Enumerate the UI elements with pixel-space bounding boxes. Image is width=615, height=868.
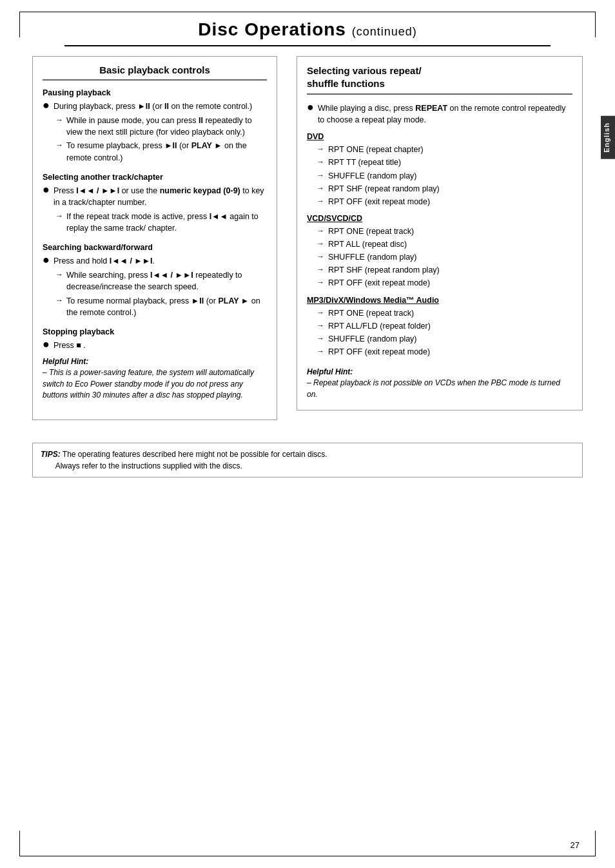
arrow-icon-5: → [55, 296, 63, 305]
searching-title: Searching backward/forward [43, 243, 267, 252]
searching-bullet: ● Press and hold I◄◄ / ►►I. [43, 255, 267, 267]
selecting-text: Press I◄◄ / ►►I or use the numeric keypa… [54, 185, 267, 208]
pausing-subsection: Pausing playback ● During playback, pres… [43, 88, 267, 164]
pausing-arrow-1: → While in pause mode, you can press II … [55, 115, 267, 138]
right-helpful-hint: Helpful Hint: – Repeat playback is not p… [307, 367, 572, 400]
mp3-item-4-text: RPT OFF (exit repeat mode) [328, 346, 430, 358]
mp3-item-3: → SHUFFLE (random play) [317, 333, 572, 345]
repeat-arrow-icon-3: → [317, 171, 324, 180]
page-title: Disc Operations (continued) [32, 19, 583, 40]
stopping-helpful-hint: Helpful Hint: – This is a power-saving f… [43, 356, 267, 401]
mp3-title: MP3/DivX/Windows Media™ Audio [307, 296, 572, 305]
selecting-subsection: Selecting another track/chapter ● Press … [43, 173, 267, 235]
searching-arrow-1: → While searching, press I◄◄ / ►►I repea… [55, 269, 267, 293]
repeat-arrow-icon: → [317, 144, 324, 153]
dvd-item-4-text: RPT SHF (repeat random play) [328, 183, 440, 195]
bullet-icon-3: ● [43, 254, 50, 265]
pausing-bullet: ● During playback, press ►II (or II on t… [43, 101, 267, 112]
bullet-icon-4: ● [43, 338, 50, 350]
vcd-item-4-text: RPT SHF (repeat random play) [328, 264, 440, 276]
vcd-item-4: → RPT SHF (repeat random play) [317, 264, 572, 276]
right-column: Selecting various repeat/shuffle functio… [297, 56, 583, 433]
arrow-icon: → [55, 115, 63, 124]
dvd-title: DVD [307, 132, 572, 141]
mp3-item-4: → RPT OFF (exit repeat mode) [317, 346, 572, 358]
vcd-item-1-text: RPT ONE (repeat track) [328, 226, 414, 237]
searching-arrow-1-text: While searching, press I◄◄ / ►►I repeate… [66, 269, 267, 293]
repeat-shuffle-title: Selecting various repeat/shuffle functio… [307, 64, 572, 95]
vcd-item-3: → SHUFFLE (random play) [317, 251, 572, 263]
vcd-arrow-2: → [317, 239, 324, 248]
tips-label: TIPS: [41, 450, 61, 459]
pausing-arrow-2-text: To resume playback, press ►II (or PLAY ►… [66, 140, 267, 163]
vcd-item-2: → RPT ALL (repeat disc) [317, 238, 572, 250]
arrow-icon-4: → [55, 270, 63, 279]
pausing-text: During playback, press ►II (or II on the… [54, 101, 252, 112]
selecting-arrow-1: → If the repeat track mode is active, pr… [55, 211, 267, 234]
arrow-icon-2: → [55, 140, 63, 149]
repeat-intro-bullet: ● While playing a disc, press REPEAT on … [307, 102, 572, 126]
vcd-item-5-text: RPT OFF (exit repeat mode) [328, 277, 430, 289]
page-header: Disc Operations (continued) [0, 0, 615, 56]
pausing-arrow-1-text: While in pause mode, you can press II re… [66, 115, 267, 138]
vcd-arrow-1: → [317, 226, 324, 235]
searching-arrow-2: → To resume normal playback, press ►II (… [55, 295, 267, 318]
page-border-right-bottom [595, 831, 596, 856]
vcd-arrow-4: → [317, 265, 324, 274]
searching-text: Press and hold I◄◄ / ►►I. [54, 255, 155, 267]
basic-playback-section: Basic playback controls Pausing playback… [32, 56, 277, 420]
stopping-bullet: ● Press ■ . [43, 340, 267, 351]
pausing-arrow-2: → To resume playback, press ►II (or PLAY… [55, 140, 267, 163]
page-border-top [19, 12, 596, 12]
left-column: Basic playback controls Pausing playback… [32, 56, 277, 433]
stopping-title: Stopping playback [43, 327, 267, 336]
title-text: Disc Operations [198, 19, 346, 39]
dvd-item-4: → RPT SHF (repeat random play) [317, 183, 572, 195]
repeat-shuffle-section: Selecting various repeat/shuffle functio… [297, 56, 583, 410]
repeat-arrow-icon-2: → [317, 157, 324, 166]
bullet-icon: ● [43, 99, 50, 111]
vcd-arrow-3: → [317, 252, 324, 261]
vcd-item-2-text: RPT ALL (repeat disc) [328, 238, 407, 250]
repeat-arrow-icon-4: → [317, 184, 324, 193]
bullet-icon-2: ● [43, 184, 50, 195]
mp3-arrow-4: → [317, 347, 324, 356]
mp3-arrow-1: → [317, 308, 324, 317]
page-border-right-top [595, 12, 596, 37]
right-bullet-icon: ● [307, 101, 314, 113]
searching-subsection: Searching backward/forward ● Press and h… [43, 243, 267, 318]
dvd-item-2: → RPT TT (repeat title) [317, 157, 572, 168]
stopping-text: Press ■ . [54, 340, 86, 351]
mp3-item-1-text: RPT ONE (repeat track) [328, 307, 414, 319]
dvd-item-1-text: RPT ONE (repeat chapter) [328, 144, 424, 155]
mp3-item-2-text: RPT ALL/FLD (repeat folder) [328, 320, 431, 332]
repeat-intro-text: While playing a disc, press REPEAT on th… [318, 102, 572, 126]
mp3-item-2: → RPT ALL/FLD (repeat folder) [317, 320, 572, 332]
dvd-item-5-text: RPT OFF (exit repeat mode) [328, 196, 430, 207]
selecting-bullet: ● Press I◄◄ / ►►I or use the numeric key… [43, 185, 267, 208]
title-continued: (continued) [352, 25, 417, 38]
page-number: 27 [571, 840, 580, 850]
mp3-arrow-2: → [317, 321, 324, 330]
english-tab: English [601, 116, 615, 159]
dvd-item-3-text: SHUFFLE (random play) [328, 170, 417, 182]
selecting-title: Selecting another track/chapter [43, 173, 267, 182]
vcd-item-3-text: SHUFFLE (random play) [328, 251, 417, 263]
mp3-arrow-3: → [317, 334, 324, 343]
vcd-title: VCD/SVCD/CD [307, 214, 572, 223]
dvd-item-1: → RPT ONE (repeat chapter) [317, 144, 572, 155]
tips-text: The operating features described here mi… [41, 450, 327, 470]
header-divider [64, 45, 551, 46]
page-border-bottom [19, 856, 596, 856]
dvd-item-3: → SHUFFLE (random play) [317, 170, 572, 182]
pausing-title: Pausing playback [43, 88, 267, 97]
main-content: Basic playback controls Pausing playback… [0, 56, 615, 433]
arrow-icon-3: → [55, 211, 63, 220]
tips-section: TIPS: The operating features described h… [32, 443, 583, 477]
dvd-item-5: → RPT OFF (exit repeat mode) [317, 196, 572, 207]
vcd-item-1: → RPT ONE (repeat track) [317, 226, 572, 237]
stopping-subsection: Stopping playback ● Press ■ . Helpful Hi… [43, 327, 267, 401]
repeat-arrow-icon-5: → [317, 197, 324, 206]
dvd-item-2-text: RPT TT (repeat title) [328, 157, 401, 168]
selecting-arrow-1-text: If the repeat track mode is active, pres… [66, 211, 267, 234]
